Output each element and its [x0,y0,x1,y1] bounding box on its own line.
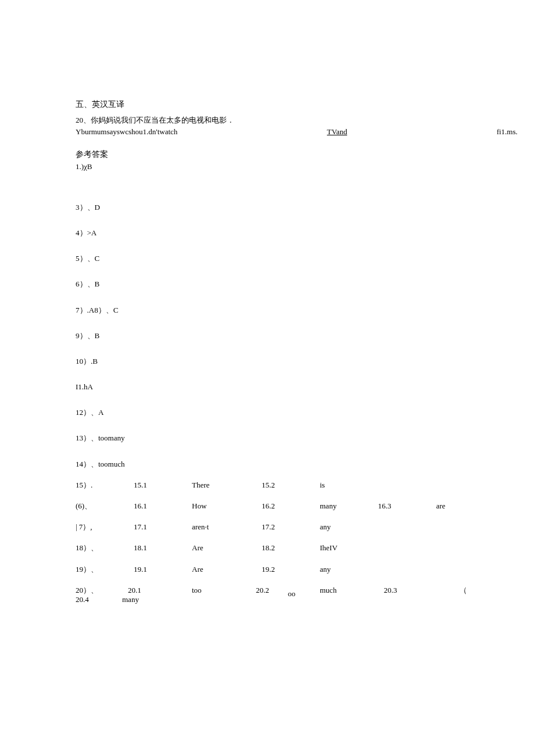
cell: 15.2 [262,480,320,490]
ans-10: 10）.B [76,356,459,367]
cell: 18.1 [134,543,192,553]
section-5-title: 五、英汉互译 [76,99,459,110]
ans-5: 5）、C [76,253,459,264]
cell: 20.4 [76,594,89,605]
ans-14: 14）、toomuch [76,459,459,470]
cell: 20.2 [256,585,269,596]
cell [378,564,436,575]
ans-13: 13）、toomany [76,433,459,443]
cell [436,543,477,553]
ans-18-row: 18）、 18.1 Are 18.2 IheIV [76,543,500,553]
cell: 15.1 [134,480,192,490]
q20-blank-tv: TVand [327,127,347,137]
answers-title: 参考答案 [76,149,459,160]
q20-prompt: 20、你妈妈说我们不应当在太多的电视和电影． [76,115,459,126]
cell: （ [459,585,467,596]
ans-3: 3）、D [76,202,459,213]
cell: 19.1 [134,564,192,575]
cell: 17.2 [262,522,320,532]
cell: 19.2 [262,564,320,575]
cell [436,564,477,575]
cell: many [122,594,139,605]
q20-sentence: Yburmumsayswcshou1.dn'twatch TVand fi1.m… [76,127,518,137]
cell: Are [192,543,262,553]
cell: 15）. [76,480,134,490]
ans-4: 4）>A [76,228,459,238]
cell [378,480,436,490]
ans-7-8: 7）.A8）、C [76,305,459,316]
ans-17-row: | 7）, 17.1 aren·t 17.2 any [76,522,500,532]
cell: much [320,585,337,596]
cell: many [320,501,378,511]
ans-16-row: (6)、 16.1 How 16.2 many 16.3 are [76,501,500,511]
cell: 16.1 [134,501,192,511]
cell [378,543,436,553]
cell: Are [192,564,262,575]
cell: is [320,480,378,490]
cell: 19）、 [76,564,134,575]
ans-1: 1.)χB [76,162,459,172]
cell: any [320,564,378,575]
cell: are [436,501,477,511]
cell: 18.2 [262,543,320,553]
cell: How [192,501,262,511]
cell: IheIV [320,543,378,553]
cell: too [192,585,202,596]
q20-blank-films: fi1.ms. [497,127,518,137]
ans-9: 9）、B [76,331,459,341]
cell [436,480,477,490]
q20-part1: Yburmumsayswcshou1.dn'twatch [76,127,177,137]
cell: 16.2 [262,501,320,511]
cell: (6)、 [76,501,134,511]
cell: any [320,522,378,532]
ans-19-row: 19）、 19.1 Are 19.2 any [76,564,500,575]
cell: 17.1 [134,522,192,532]
cell [436,522,477,532]
cell: 20.3 [384,585,397,596]
cell: aren·t [192,522,262,532]
cell: 16.3 [378,501,436,511]
ans-20-block: 20）、 20.1 too 20.2 οο much 20.3 （ 20.4 m… [76,585,500,608]
cell: There [192,480,262,490]
cell [378,522,436,532]
ans-12: 12）、A [76,407,459,418]
ans-11: I1.hA [76,382,459,392]
ans-6: 6）、B [76,279,459,289]
cell: | 7）, [76,522,134,532]
cell: 18）、 [76,543,134,553]
ans-15-row: 15）. 15.1 There 15.2 is [76,480,500,490]
cell: οο [288,589,295,599]
